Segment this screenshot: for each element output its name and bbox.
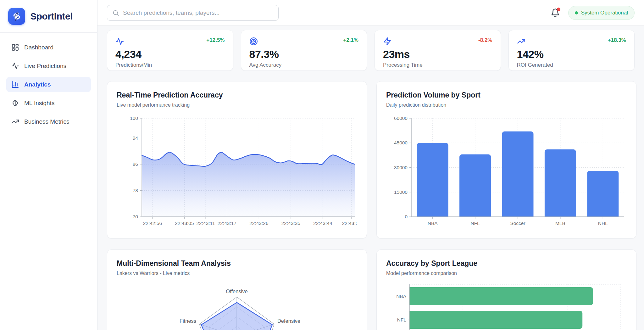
svg-text:22:43:26: 22:43:26 <box>249 221 268 226</box>
trending-up-icon <box>11 118 19 126</box>
sidebar-item-label: Business Metrics <box>24 118 69 125</box>
svg-text:22:43:17: 22:43:17 <box>218 221 236 226</box>
chart-subtitle: Model performance comparison <box>386 271 627 276</box>
charts-row-2: Multi-Dimensional Team Analysis Lakers v… <box>107 249 635 330</box>
sidebar-item-business-metrics[interactable]: Business Metrics <box>6 114 91 129</box>
league-accuracy-bar-chart: NBANFL <box>386 282 627 330</box>
stat-change: +2.1% <box>343 37 358 43</box>
brand-name: SportIntel <box>30 11 73 22</box>
svg-text:22:43:05: 22:43:05 <box>175 221 194 226</box>
trending-up-icon <box>517 37 525 46</box>
svg-text:22:43:11: 22:43:11 <box>197 221 215 226</box>
svg-text:15000: 15000 <box>394 189 408 195</box>
chart-title: Prediction Volume by Sport <box>386 91 627 99</box>
status-label: System Operational <box>581 10 628 16</box>
sidebar-item-label: Live Predictions <box>24 63 66 70</box>
svg-text:Fitness: Fitness <box>180 318 196 324</box>
svg-text:NHL: NHL <box>598 221 608 226</box>
stat-value: 142% <box>517 48 626 60</box>
target-icon <box>249 37 258 46</box>
app-root: SportIntel Dashboard Live Predictions An… <box>0 0 644 330</box>
card-realtime-accuracy: Real-Time Prediction Accuracy Live model… <box>107 81 367 238</box>
svg-text:22:43:44: 22:43:44 <box>313 221 332 226</box>
sidebar-nav: Dashboard Live Predictions Analytics ML … <box>0 33 97 136</box>
sidebar-item-label: Dashboard <box>24 44 53 51</box>
svg-text:NFL: NFL <box>470 221 480 226</box>
sidebar: SportIntel Dashboard Live Predictions An… <box>0 0 97 330</box>
sidebar-item-dashboard[interactable]: Dashboard <box>6 40 91 55</box>
svg-text:100: 100 <box>130 115 138 121</box>
zap-icon <box>383 37 391 46</box>
stats-row: +12.5% 4,234 Predictions/Min +2.1% 87.3%… <box>107 30 635 71</box>
svg-text:45000: 45000 <box>394 140 408 145</box>
brain-icon <box>11 99 19 107</box>
chart-subtitle: Live model performance tracking <box>117 102 357 108</box>
system-status-badge: System Operational <box>568 6 635 20</box>
sidebar-item-label: ML Insights <box>24 100 54 107</box>
card-team-radar: Multi-Dimensional Team Analysis Lakers v… <box>107 249 367 330</box>
stat-label: Processing Time <box>383 62 492 68</box>
dashboard-icon <box>11 43 19 51</box>
sportintel-logo-icon <box>8 8 25 25</box>
stat-value: 23ms <box>383 48 492 60</box>
accuracy-line-chart: 1009486787022:42:5622:43:0522:43:1122:43… <box>117 114 357 227</box>
svg-text:70: 70 <box>133 214 138 219</box>
svg-text:94: 94 <box>133 135 138 141</box>
notifications-button[interactable] <box>551 8 560 18</box>
svg-text:Defensive: Defensive <box>277 318 300 324</box>
stat-card-predictions-per-min: +12.5% 4,234 Predictions/Min <box>107 30 233 71</box>
svg-text:NBA: NBA <box>396 294 407 299</box>
sidebar-item-ml-insights[interactable]: ML Insights <box>6 95 91 111</box>
chart-title: Multi-Dimensional Team Analysis <box>117 259 357 268</box>
stat-label: Avg Accuracy <box>249 62 359 68</box>
stat-card-processing-time: -8.2% 23ms Processing Time <box>375 30 501 71</box>
stat-change: +12.5% <box>206 37 225 43</box>
stat-change: -8.2% <box>478 37 492 43</box>
stat-label: ROI Generated <box>517 62 626 68</box>
svg-text:86: 86 <box>133 161 138 167</box>
svg-text:60000: 60000 <box>394 115 408 121</box>
svg-text:NBA: NBA <box>428 221 438 226</box>
charts-row-1: Real-Time Prediction Accuracy Live model… <box>107 81 635 238</box>
search-input[interactable] <box>123 9 273 16</box>
topbar-right: System Operational <box>551 6 635 20</box>
sidebar-item-analytics[interactable]: Analytics <box>6 77 91 92</box>
svg-text:NFL: NFL <box>397 317 407 322</box>
card-league-accuracy: Accuracy by Sport League Model performan… <box>376 249 636 330</box>
chart-title: Accuracy by Sport League <box>386 259 627 268</box>
search-icon <box>112 9 119 16</box>
svg-text:22:43:35: 22:43:35 <box>281 221 300 226</box>
stat-card-avg-accuracy: +2.1% 87.3% Avg Accuracy <box>241 30 367 71</box>
stat-card-roi-generated: +18.3% 142% ROI Generated <box>508 30 635 71</box>
brand-header: SportIntel <box>0 0 97 33</box>
team-radar-chart: OffensiveDefensiveFitness <box>117 282 357 330</box>
search-box <box>107 5 279 21</box>
stat-label: Predictions/Min <box>115 62 225 68</box>
main-area: System Operational +12.5% 4,234 Predicti… <box>97 0 644 330</box>
chart-title: Real-Time Prediction Accuracy <box>117 91 357 99</box>
svg-text:30000: 30000 <box>394 165 408 170</box>
svg-text:22:42:56: 22:42:56 <box>143 221 162 226</box>
sidebar-item-live-predictions[interactable]: Live Predictions <box>6 58 91 74</box>
stat-value: 87.3% <box>249 48 359 60</box>
topbar: System Operational <box>97 0 644 26</box>
stat-value: 4,234 <box>115 48 225 60</box>
status-dot-icon <box>575 11 578 14</box>
svg-text:Soccer: Soccer <box>510 221 525 226</box>
svg-text:78: 78 <box>133 188 138 193</box>
svg-text:22:43:53: 22:43:53 <box>342 221 357 226</box>
svg-text:Offensive: Offensive <box>226 288 247 294</box>
svg-text:0: 0 <box>405 214 408 219</box>
card-volume-by-sport: Prediction Volume by Sport Daily predict… <box>376 81 636 238</box>
stat-change: +18.3% <box>608 37 626 43</box>
svg-text:MLB: MLB <box>555 221 565 226</box>
activity-icon <box>115 37 124 46</box>
content: +12.5% 4,234 Predictions/Min +2.1% 87.3%… <box>97 26 644 330</box>
bar-chart-icon <box>11 81 19 88</box>
chart-subtitle: Lakers vs Warriors - Live metrics <box>117 271 357 276</box>
sidebar-item-label: Analytics <box>24 81 51 88</box>
activity-icon <box>11 62 19 70</box>
chart-subtitle: Daily prediction distribution <box>386 102 627 108</box>
volume-bar-chart: 015000300004500060000NBANFLSoccerMLBNHL <box>386 114 627 227</box>
notification-badge <box>557 8 560 11</box>
